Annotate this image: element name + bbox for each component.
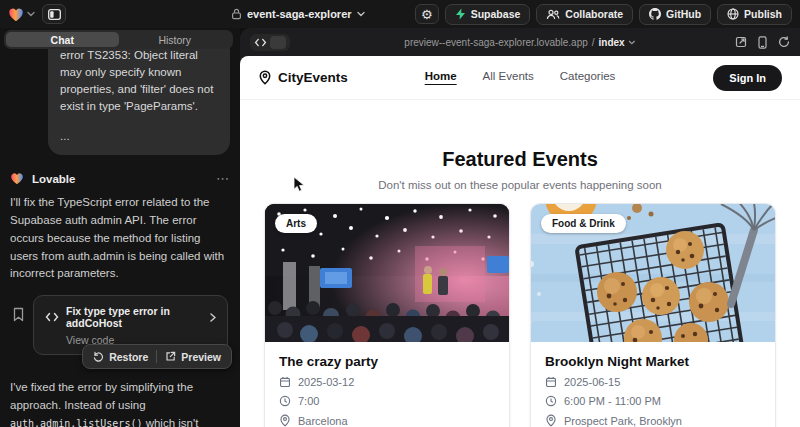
bookmark-icon[interactable] xyxy=(12,295,25,355)
preview-button[interactable]: Preview xyxy=(157,351,229,363)
hero-section: Featured Events Don't miss out on these … xyxy=(240,100,800,191)
publish-label: Publish xyxy=(744,8,782,20)
panel-toggle-button[interactable] xyxy=(42,4,66,24)
gear-icon: ⚙ xyxy=(421,8,433,21)
user-message-more: ... xyxy=(60,128,218,145)
supabase-button[interactable]: Supabase xyxy=(445,4,531,25)
user-message-bubble: error TS2353: Object literal may only sp… xyxy=(48,37,230,155)
event-date: 2025-06-15 xyxy=(564,376,620,388)
lock-icon xyxy=(231,8,242,20)
hero-subtitle: Don't miss out on these popular events h… xyxy=(240,179,800,191)
panel-toggle-icon xyxy=(48,9,61,20)
restore-button[interactable]: Restore xyxy=(85,351,156,363)
mobile-view-icon[interactable] xyxy=(758,36,767,49)
event-time-row: 7:00 xyxy=(279,395,495,407)
chat-history-tabs: Chat History xyxy=(4,30,233,49)
event-location: Barcelona xyxy=(298,415,348,427)
chevron-down-icon xyxy=(629,40,636,45)
nav-categories[interactable]: Categories xyxy=(560,70,616,85)
restore-icon xyxy=(93,351,104,362)
event-date: 2025-03-12 xyxy=(298,376,354,388)
restore-label: Restore xyxy=(109,351,148,363)
message-action-bar: Restore Preview xyxy=(82,344,232,369)
collaborate-button[interactable]: Collaborate xyxy=(536,4,633,25)
external-link-icon xyxy=(165,351,176,362)
chevron-down-icon xyxy=(27,11,35,17)
rendered-site: CityEvents Home All Events Categories Si… xyxy=(240,56,800,427)
site-brand[interactable]: CityEvents xyxy=(258,70,348,85)
event-card[interactable]: Arts The crazy party 2025-03-12 7 xyxy=(264,203,510,427)
tab-chat[interactable]: Chat xyxy=(6,32,119,47)
event-location-row: Prospect Park, Brooklyn xyxy=(545,414,761,427)
chat-sidebar: Chat History error TS2353: Object litera… xyxy=(0,28,240,427)
preview-label: Preview xyxy=(181,351,221,363)
event-location: Prospect Park, Brooklyn xyxy=(564,415,682,427)
user-message-text: error TS2353: Object literal may only sp… xyxy=(60,47,218,115)
supabase-icon xyxy=(455,8,466,20)
code-icon xyxy=(45,312,59,322)
collaborate-label: Collaborate xyxy=(565,8,623,20)
github-label: GitHub xyxy=(666,8,701,20)
calendar-icon xyxy=(545,376,557,388)
lovable-avatar-icon xyxy=(10,172,24,185)
refresh-icon[interactable] xyxy=(778,36,790,48)
assistant-header: Lovable ⋯ xyxy=(10,171,230,186)
event-date-row: 2025-03-12 xyxy=(279,376,495,388)
open-new-tab-icon[interactable] xyxy=(735,36,747,48)
location-pin-icon xyxy=(279,414,291,427)
more-options-icon[interactable]: ⋯ xyxy=(216,171,230,186)
url-host: preview--event-saga-explorer.lovable.app xyxy=(404,37,587,48)
category-badge: Arts xyxy=(275,214,317,233)
project-selector[interactable]: event-saga-explorer xyxy=(231,8,365,20)
clock-icon xyxy=(545,395,557,407)
event-image-cookies: Food & Drink xyxy=(531,204,775,342)
lovable-logo-icon xyxy=(8,7,24,22)
event-title: The crazy party xyxy=(279,354,495,369)
tool-call-card[interactable]: Fix type type error in addCoHost View co… xyxy=(33,295,228,355)
location-pin-icon xyxy=(545,414,557,427)
chat-thread: error TS2353: Object literal may only sp… xyxy=(0,37,240,427)
code-icon xyxy=(254,38,267,47)
url-page: index xyxy=(599,37,625,48)
chevron-right-icon xyxy=(210,313,216,322)
assistant-message-result: I've fixed the error by simplifying the … xyxy=(10,379,230,427)
clock-icon xyxy=(279,395,291,407)
site-nav: Home All Events Categories xyxy=(425,70,616,85)
nav-home[interactable]: Home xyxy=(425,70,457,85)
event-cards: Arts The crazy party 2025-03-12 7 xyxy=(240,203,800,427)
settings-button[interactable]: ⚙ xyxy=(415,4,439,24)
event-date-row: 2025-06-15 xyxy=(545,376,761,388)
location-pin-icon xyxy=(258,70,272,85)
event-title: Brooklyn Night Market xyxy=(545,354,761,369)
toggle-knob xyxy=(270,36,286,49)
nav-all-events[interactable]: All Events xyxy=(483,70,534,85)
tool-call-row: Fix type type error in addCoHost View co… xyxy=(12,295,228,355)
event-time: 7:00 xyxy=(298,395,319,407)
assistant-name: Lovable xyxy=(32,173,75,185)
publish-button[interactable]: Publish xyxy=(717,4,792,25)
event-image-conference: Arts xyxy=(265,204,509,342)
url-separator: / xyxy=(592,37,595,48)
preview-toolbar: preview--event-saga-explorer.lovable.app… xyxy=(240,28,800,56)
lovable-logo-menu[interactable] xyxy=(8,7,35,22)
event-location-row: Barcelona xyxy=(279,414,495,427)
event-time-row: 6:00 PM - 11:00 PM xyxy=(545,395,761,407)
tab-history[interactable]: History xyxy=(119,32,232,47)
preview-pane: preview--event-saga-explorer.lovable.app… xyxy=(240,28,800,427)
github-button[interactable]: GitHub xyxy=(639,4,711,25)
sign-in-button[interactable]: Sign In xyxy=(713,65,782,91)
app-topbar: event-saga-explorer ⚙ Supabase Collabora… xyxy=(0,0,800,28)
code-view-toggle[interactable] xyxy=(250,34,290,51)
publish-globe-icon xyxy=(727,8,739,20)
assistant-message-intro: I'll fix the TypeScript error related to… xyxy=(10,194,230,283)
chevron-down-icon xyxy=(357,11,365,17)
category-badge: Food & Drink xyxy=(541,214,626,233)
calendar-icon xyxy=(279,376,291,388)
hero-title: Featured Events xyxy=(240,148,800,171)
collaborate-icon xyxy=(546,9,560,20)
site-header: CityEvents Home All Events Categories Si… xyxy=(240,56,800,100)
preview-url[interactable]: preview--event-saga-explorer.lovable.app… xyxy=(404,37,635,48)
supabase-label: Supabase xyxy=(471,8,521,20)
project-name: event-saga-explorer xyxy=(247,8,352,20)
event-card[interactable]: Food & Drink Brooklyn Night Market 2025-… xyxy=(530,203,776,427)
